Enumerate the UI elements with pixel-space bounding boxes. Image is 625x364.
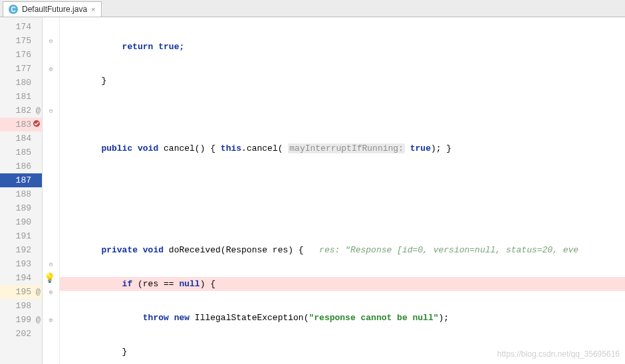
line-number: 195@: [0, 285, 42, 299]
line-number: 180: [0, 76, 42, 90]
line-number: 187: [0, 173, 42, 187]
code-line[interactable]: if (res == null) {: [60, 277, 625, 291]
override-icon[interactable]: @: [36, 316, 41, 325]
code-line[interactable]: }: [60, 74, 625, 88]
line-number: 186: [0, 159, 42, 173]
line-number: 202: [0, 327, 42, 341]
line-number: 194: [0, 271, 42, 285]
line-number: 191: [0, 229, 42, 243]
line-number: 192: [0, 243, 42, 257]
code-line[interactable]: [60, 175, 625, 189]
line-number: 177: [0, 62, 42, 76]
code-line[interactable]: }: [60, 345, 625, 359]
code-line[interactable]: private void doReceived(Response res) { …: [60, 243, 625, 257]
line-number: 175: [0, 34, 42, 48]
line-number: 183: [0, 118, 42, 132]
line-number: 190: [0, 215, 42, 229]
line-number: 199@: [0, 313, 42, 327]
line-number: 184: [0, 132, 42, 145]
java-class-icon: C: [9, 5, 18, 14]
fold-gutter: ⊖ ⊕ ⊖ ⊖ 💡 ⊕ ⊕: [43, 17, 60, 364]
override-icon[interactable]: @: [36, 288, 41, 297]
line-number: 198: [0, 299, 42, 313]
intention-bulb-icon[interactable]: 💡: [44, 272, 55, 284]
line-number: 193: [0, 257, 42, 271]
breakpoint-icon[interactable]: [33, 120, 41, 130]
line-number: 176: [0, 48, 42, 62]
line-number: 182@: [0, 104, 42, 118]
fold-handle[interactable]: ⊕: [43, 285, 59, 299]
code-line[interactable]: throw new IllegalStateException("respons…: [60, 311, 625, 325]
code-line[interactable]: [60, 209, 625, 223]
editor-tab[interactable]: C DefaultFuture.java ×: [3, 1, 102, 17]
fold-handle[interactable]: ⊕: [43, 313, 59, 327]
fold-handle[interactable]: ⊕: [43, 62, 59, 76]
fold-handle[interactable]: ⊖: [43, 257, 59, 271]
close-icon[interactable]: ×: [91, 5, 95, 13]
tab-title: DefaultFuture.java: [22, 5, 87, 14]
line-number: 174: [0, 20, 42, 34]
code-line[interactable]: public void cancel() { this.cancel( mayI…: [60, 141, 625, 155]
line-number: 189: [0, 201, 42, 215]
line-number: 188: [0, 187, 42, 201]
override-icon[interactable]: @: [36, 106, 41, 116]
code-line[interactable]: return true;: [60, 40, 625, 54]
fold-handle[interactable]: ⊖: [43, 104, 59, 118]
line-number: 185: [0, 145, 42, 159]
code-area[interactable]: return true; } public void cancel() { th…: [60, 17, 625, 364]
fold-handle[interactable]: ⊖: [43, 34, 59, 48]
tab-bar: C DefaultFuture.java ×: [0, 0, 625, 17]
line-number: 181: [0, 90, 42, 104]
editor: 174 175 176 177 180 181 182@ 183 184 185…: [0, 17, 625, 364]
line-number-gutter: 174 175 176 177 180 181 182@ 183 184 185…: [0, 17, 43, 364]
code-line[interactable]: [60, 108, 625, 122]
